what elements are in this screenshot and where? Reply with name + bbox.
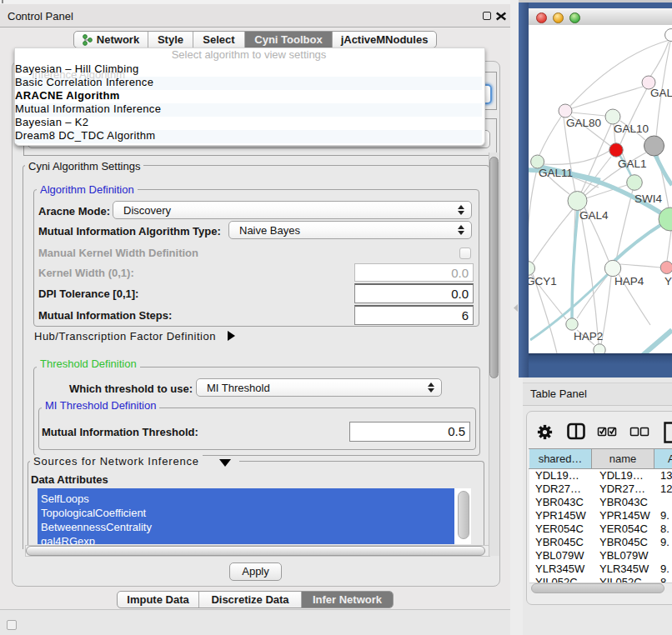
svg-text:GAL11: GAL11 — [539, 167, 573, 179]
svg-text:GAL4: GAL4 — [579, 209, 609, 222]
svg-text:HAP2: HAP2 — [574, 330, 603, 342]
svg-text:Y: Y — [664, 275, 672, 288]
svg-text:GAL80: GAL80 — [566, 117, 601, 129]
svg-text:SWI4: SWI4 — [634, 192, 662, 205]
svg-text:GAL10: GAL10 — [614, 122, 649, 135]
svg-text:GAL1: GAL1 — [618, 158, 647, 170]
svg-text:HAP4: HAP4 — [614, 275, 644, 288]
svg-text:GCY1: GCY1 — [529, 275, 557, 288]
svg-text:GAL7: GAL7 — [650, 87, 672, 99]
